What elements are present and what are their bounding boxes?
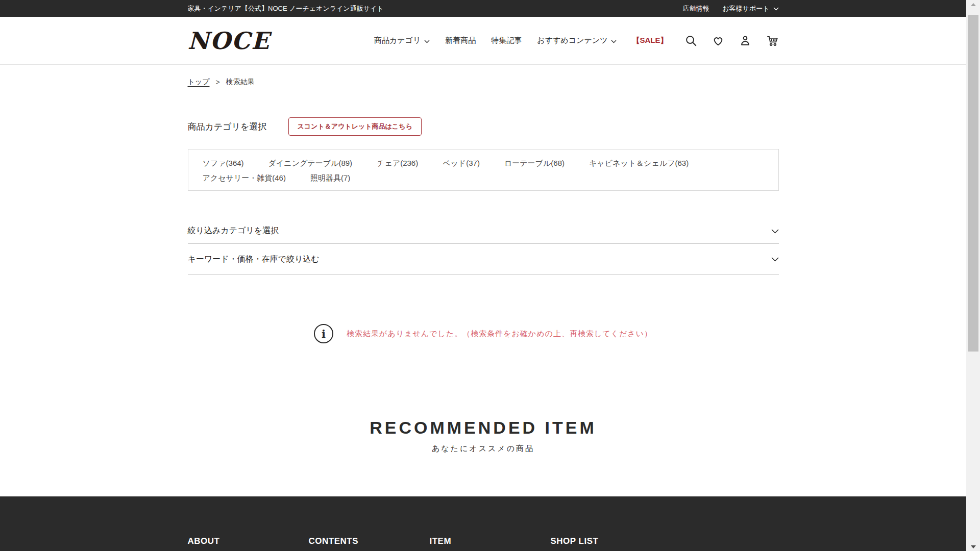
- top-utility-bar: 家具・インテリア【公式】NOCE ノーチェオンライン通販サイト 店舗情報 お客様…: [0, 0, 966, 17]
- main-nav: 商品カテゴリ 新着商品 特集記事 おすすめコンテンツ: [374, 36, 668, 45]
- footer-heading: CONTENTS: [309, 536, 430, 546]
- chevron-down-icon: [424, 36, 430, 45]
- nav-item-label: 商品カテゴリ: [374, 36, 421, 45]
- customer-support-menu[interactable]: お客様サポート: [722, 4, 778, 13]
- breadcrumb-separator: >: [215, 78, 219, 86]
- nav-item-sale[interactable]: 【SALE】: [632, 36, 668, 45]
- accordion-label: 絞り込みカテゴリを選択: [188, 226, 279, 236]
- nav-item-new-arrivals[interactable]: 新着商品: [445, 36, 476, 45]
- recommended-section: RECOMMENDED ITEM あなたにオススメの商品: [188, 418, 779, 454]
- main-header: NOCE 商品カテゴリ 新着商品 特集記事: [0, 17, 966, 65]
- nav-item-recommended-contents[interactable]: おすすめコンテンツ: [537, 36, 617, 45]
- scrollbar-down-arrow[interactable]: [966, 542, 980, 551]
- outlet-items-button[interactable]: スコント＆アウトレット商品はこちら: [288, 117, 422, 136]
- scrollbar: [966, 0, 980, 551]
- footer-column-about: ABOUT: [188, 536, 309, 546]
- search-icon[interactable]: [684, 34, 698, 47]
- scrollbar-thumb[interactable]: [968, 15, 978, 352]
- category-link-lighting[interactable]: 照明器具(7): [310, 173, 350, 183]
- chevron-down-icon: [773, 5, 779, 12]
- no-results-text: 検索結果がありませんでした。（検索条件をお確かめの上、再検索してください）: [347, 329, 652, 339]
- info-icon: i: [314, 324, 333, 343]
- store-info-link[interactable]: 店舗情報: [682, 4, 709, 13]
- scrollbar-up-arrow[interactable]: [966, 0, 980, 9]
- accordion-label: キーワード・価格・在庫で絞り込む: [188, 254, 320, 265]
- no-results-message: i 検索結果がありませんでした。（検索条件をお確かめの上、再検索してください）: [188, 324, 779, 343]
- favorites-heart-icon[interactable]: [712, 34, 725, 47]
- nav-item-product-category[interactable]: 商品カテゴリ: [374, 36, 430, 45]
- footer-column-contents: CONTENTS: [309, 536, 430, 546]
- footer-heading: ITEM: [430, 536, 551, 546]
- cart-icon[interactable]: [766, 34, 779, 47]
- footer-heading: SHOP LIST: [551, 536, 672, 546]
- recommended-title: RECOMMENDED ITEM: [188, 418, 779, 438]
- footer: ABOUT CONTENTS ITEM SHOP LIST: [0, 496, 966, 551]
- chevron-down-icon: [611, 36, 617, 45]
- category-link-low-table[interactable]: ローテーブル(68): [504, 158, 565, 168]
- category-link-chair[interactable]: チェア(236): [377, 158, 418, 168]
- accordion-keyword-price-stock[interactable]: キーワード・価格・在庫で絞り込む: [188, 244, 779, 275]
- accordion-refine-category[interactable]: 絞り込みカテゴリを選択: [188, 218, 779, 244]
- page: 家具・インテリア【公式】NOCE ノーチェオンライン通販サイト 店舗情報 お客様…: [0, 0, 966, 551]
- nav-item-feature-articles[interactable]: 特集記事: [491, 36, 522, 45]
- footer-column-item: ITEM: [430, 536, 551, 546]
- category-links-box: ソファ(364) ダイニングテーブル(89) チェア(236) ベッド(37) …: [188, 149, 779, 191]
- category-link-cabinet-shelf[interactable]: キャビネット＆シェルフ(63): [589, 158, 689, 168]
- category-link-dining-table[interactable]: ダイニングテーブル(89): [268, 158, 353, 168]
- noce-logo[interactable]: NOCE: [188, 27, 271, 55]
- customer-support-label: お客様サポート: [722, 4, 769, 13]
- chevron-down-icon: [771, 255, 779, 264]
- footer-heading: ABOUT: [188, 536, 309, 546]
- category-link-bed[interactable]: ベッド(37): [443, 158, 480, 168]
- breadcrumb-home-link[interactable]: トップ: [188, 78, 210, 87]
- site-title-link[interactable]: 家具・インテリア【公式】NOCE ノーチェオンライン通販サイト: [188, 4, 384, 13]
- account-person-icon[interactable]: [739, 34, 752, 47]
- nav-item-label: 特集記事: [491, 36, 522, 45]
- category-link-accessory[interactable]: アクセサリー・雑貨(46): [203, 173, 286, 183]
- nav-item-label: おすすめコンテンツ: [537, 36, 607, 45]
- nav-item-label: 新着商品: [445, 36, 476, 45]
- category-section-title: 商品カテゴリを選択: [188, 121, 267, 133]
- header-icon-group: [684, 34, 779, 47]
- category-link-sofa[interactable]: ソファ(364): [203, 158, 244, 168]
- chevron-down-icon: [771, 227, 779, 236]
- breadcrumb-current: 検索結果: [226, 78, 255, 87]
- footer-column-shop-list: SHOP LIST: [551, 536, 672, 546]
- recommended-subtitle: あなたにオススメの商品: [188, 444, 779, 454]
- breadcrumb: トップ > 検索結果: [188, 78, 779, 87]
